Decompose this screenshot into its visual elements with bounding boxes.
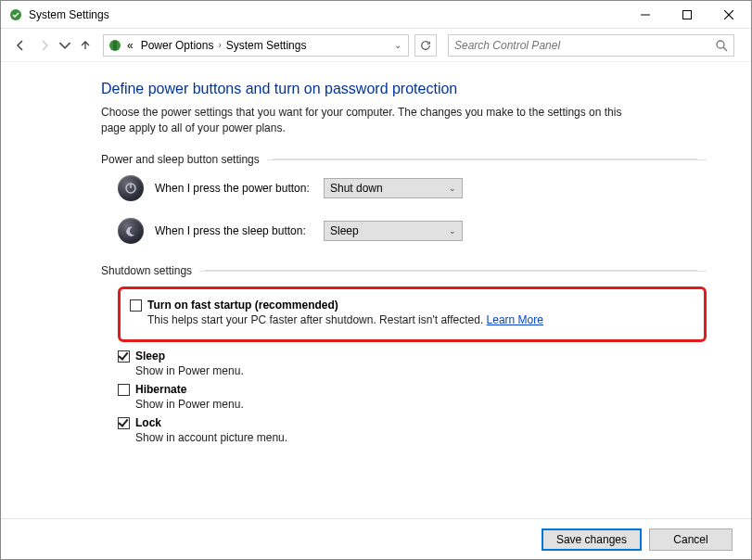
lock-checkbox[interactable] [118, 417, 130, 429]
fast-startup-label: Turn on fast startup (recommended) [147, 299, 338, 312]
svg-rect-6 [113, 41, 117, 50]
dropdown-value: Sleep [330, 224, 449, 237]
search-box[interactable] [448, 34, 734, 57]
window-controls [624, 2, 749, 28]
svg-rect-2 [682, 10, 691, 19]
up-button[interactable] [75, 35, 96, 56]
chevron-down-icon[interactable]: ⌄ [394, 40, 404, 50]
hibernate-desc: Show in Power menu. [135, 398, 707, 411]
sleep-button-label: When I press the sleep button: [155, 224, 312, 237]
cancel-button[interactable]: Cancel [649, 528, 733, 551]
hibernate-row: Hibernate [118, 383, 707, 396]
page-title: Define power buttons and turn on passwor… [101, 81, 707, 97]
refresh-button[interactable] [414, 34, 437, 57]
svg-line-8 [723, 47, 727, 51]
app-icon [8, 7, 23, 22]
forward-button[interactable] [34, 35, 55, 56]
fast-startup-highlight: Turn on fast startup (recommended) This … [118, 286, 707, 342]
fast-startup-desc: This helps start your PC faster after sh… [147, 313, 695, 326]
back-button[interactable] [10, 35, 31, 56]
sleep-icon [118, 218, 144, 244]
close-button[interactable] [707, 2, 749, 28]
chevron-down-icon: ⌄ [449, 184, 456, 193]
breadcrumb-item-system-settings[interactable]: System Settings [223, 39, 310, 52]
titlebar: System Settings [1, 1, 751, 29]
chevron-down-icon: ⌄ [449, 226, 456, 235]
learn-more-link[interactable]: Learn More [487, 313, 543, 326]
minimize-button[interactable] [624, 2, 666, 28]
fast-startup-row: Turn on fast startup (recommended) [130, 299, 695, 312]
sleep-desc: Show in Power menu. [135, 364, 707, 377]
sleep-checkbox[interactable] [118, 350, 130, 363]
section-shutdown-title: Shutdown settings [101, 264, 707, 277]
window-title: System Settings [29, 8, 624, 21]
search-input[interactable] [454, 39, 715, 52]
lock-desc: Show in account picture menu. [135, 431, 707, 444]
breadcrumb[interactable]: « Power Options › System Settings ⌄ [103, 34, 409, 57]
breadcrumb-prefix: « [124, 39, 136, 52]
lock-label: Lock [135, 416, 161, 429]
chevron-right-icon: › [218, 40, 221, 50]
page-description: Choose the power settings that you want … [101, 105, 630, 136]
fast-startup-checkbox[interactable] [130, 299, 142, 312]
section-power-sleep-title: Power and sleep button settings [101, 153, 707, 166]
shutdown-settings: Turn on fast startup (recommended) This … [101, 286, 707, 444]
sleep-row: Sleep [118, 350, 707, 363]
lock-row: Lock [118, 416, 707, 429]
power-icon [118, 175, 144, 201]
nav-bar: « Power Options › System Settings ⌄ [1, 29, 751, 62]
sleep-button-dropdown[interactable]: Sleep ⌄ [324, 221, 463, 241]
footer-bar: Save changes Cancel [1, 518, 751, 559]
content: Define power buttons and turn on passwor… [1, 62, 751, 444]
recent-dropdown[interactable] [58, 35, 71, 56]
sleep-button-row: When I press the sleep button: Sleep ⌄ [118, 218, 707, 244]
save-button[interactable]: Save changes [542, 528, 642, 551]
power-button-label: When I press the power button: [155, 182, 312, 195]
sleep-label: Sleep [135, 350, 165, 363]
power-button-row: When I press the power button: Shut down… [118, 175, 707, 201]
power-sleep-settings: When I press the power button: Shut down… [101, 175, 707, 264]
breadcrumb-item-power-options[interactable]: Power Options [138, 39, 217, 52]
svg-point-7 [717, 41, 724, 48]
dropdown-value: Shut down [330, 182, 449, 195]
power-button-dropdown[interactable]: Shut down ⌄ [324, 178, 463, 198]
search-icon [715, 39, 728, 52]
control-panel-icon [108, 38, 122, 53]
hibernate-checkbox[interactable] [118, 384, 130, 396]
hibernate-label: Hibernate [135, 383, 186, 396]
maximize-button[interactable] [666, 2, 707, 28]
